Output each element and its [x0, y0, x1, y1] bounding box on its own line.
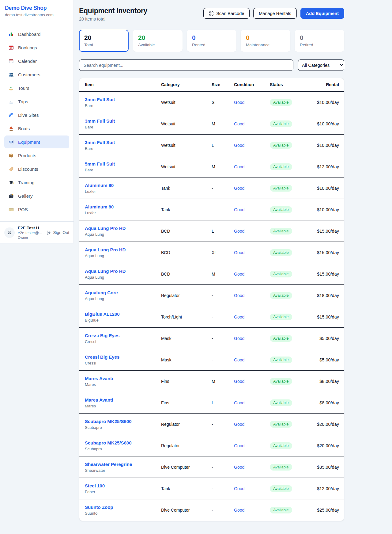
sidebar-item-calendar[interactable]: Calendar	[4, 55, 69, 67]
condition-link[interactable]: Good	[234, 422, 244, 427]
item-name-link[interactable]: Aqua Lung Pro HD	[85, 226, 126, 231]
stats-row: 20Total20Available0Rented0Maintenance0Re…	[79, 30, 344, 52]
sidebar-item-trips[interactable]: Trips	[4, 95, 69, 108]
item-rental-rate: $15.00/day	[313, 272, 339, 277]
item-name-link[interactable]: Aluminum 80	[85, 183, 114, 188]
condition-link[interactable]: Good	[234, 229, 244, 234]
sidebar-item-discounts[interactable]: Discounts	[4, 162, 69, 175]
grad-cap-icon	[8, 180, 14, 185]
condition-link[interactable]: Good	[234, 465, 244, 470]
item-category: Fins	[161, 379, 212, 384]
item-name-link[interactable]: Aqualung Core	[85, 290, 118, 295]
stat-value: 0	[192, 34, 231, 41]
category-select[interactable]: All Categories	[298, 59, 344, 71]
item-brand: Bare	[85, 125, 161, 129]
condition-link[interactable]: Good	[234, 293, 244, 298]
condition-link[interactable]: Good	[234, 400, 244, 405]
condition-link[interactable]: Good	[234, 443, 244, 448]
item-size: M	[212, 164, 234, 169]
condition-link[interactable]: Good	[234, 186, 244, 191]
table-row: Shearwater PeregrineShearwaterDive Compu…	[79, 456, 344, 478]
item-name-link[interactable]: 5mm Full Suit	[85, 161, 115, 166]
manage-rentals-button[interactable]: Manage Rentals	[253, 8, 297, 19]
condition-link[interactable]: Good	[234, 164, 244, 169]
condition-link[interactable]: Good	[234, 272, 244, 277]
sidebar-item-pos[interactable]: POS	[4, 203, 69, 216]
condition-link[interactable]: Good	[234, 357, 244, 362]
item-name-link[interactable]: Shearwater Peregrine	[85, 462, 132, 467]
condition-link[interactable]: Good	[234, 336, 244, 341]
item-name-link[interactable]: 3mm Full Suit	[85, 97, 115, 102]
item-brand: Cressi	[85, 361, 161, 365]
sign-out-button[interactable]: Sign Out	[46, 230, 69, 235]
item-brand: Scubapro	[85, 425, 161, 430]
status-badge: Available	[270, 378, 292, 385]
stat-card-rented[interactable]: 0Rented	[187, 30, 236, 52]
condition-link[interactable]: Good	[234, 250, 244, 255]
item-name-link[interactable]: Mares Avanti	[85, 376, 113, 381]
add-equipment-button[interactable]: Add Equipment	[300, 8, 344, 19]
search-input[interactable]	[79, 59, 293, 71]
item-name-link[interactable]: Scubapro MK25/S600	[85, 440, 132, 445]
sidebar-item-dashboard[interactable]: Dashboard	[4, 28, 69, 40]
sidebar-item-tours[interactable]: Tours	[4, 82, 69, 94]
sidebar-item-label: Trips	[18, 99, 28, 104]
stat-label: Available	[138, 43, 177, 47]
item-name-link[interactable]: Cressi Big Eyes	[85, 354, 119, 360]
item-name-link[interactable]: Suunto Zoop	[85, 505, 113, 510]
sidebar-item-boats[interactable]: Boats	[4, 122, 69, 135]
item-name-link[interactable]: Scubapro MK25/S600	[85, 419, 132, 424]
condition-link[interactable]: Good	[234, 100, 244, 105]
status-badge: Available	[270, 142, 292, 149]
sidebar-item-customers[interactable]: Customers	[4, 68, 69, 81]
item-size: -	[212, 422, 234, 427]
item-brand: Scubapro	[85, 447, 161, 451]
sidebar-item-dive-sites[interactable]: Dive Sites	[4, 109, 69, 121]
brand-name[interactable]: Demo Dive Shop	[5, 5, 69, 11]
sidebar-item-label: Gallery	[18, 193, 33, 199]
condition-link[interactable]: Good	[234, 486, 244, 491]
item-name-link[interactable]: BigBlue AL1200	[85, 311, 120, 317]
item-name-link[interactable]: Aqua Lung Pro HD	[85, 269, 126, 274]
item-name-link[interactable]: 3mm Full Suit	[85, 140, 115, 145]
item-size: -	[212, 186, 234, 191]
item-name-link[interactable]: Aqua Lung Pro HD	[85, 247, 126, 252]
diving-mask-icon	[8, 139, 14, 145]
sidebar: Demo Dive Shop demo.test.divestreams.com…	[0, 0, 74, 243]
condition-link[interactable]: Good	[234, 207, 244, 212]
item-rental-rate: $8.00/day	[313, 400, 339, 405]
sidebar-item-equipment[interactable]: Equipment	[4, 135, 69, 148]
condition-link[interactable]: Good	[234, 143, 244, 148]
stat-card-available[interactable]: 20Available	[133, 30, 183, 52]
item-name-link[interactable]: Cressi Big Eyes	[85, 333, 119, 338]
item-category: Fins	[161, 400, 212, 405]
item-category: Mask	[161, 357, 212, 362]
stat-card-total[interactable]: 20Total	[79, 30, 129, 52]
sidebar-item-label: Tours	[18, 86, 29, 91]
item-category: Tank	[161, 186, 212, 191]
item-rental-rate: $12.00/day	[313, 486, 339, 491]
item-category: Wetsuit	[161, 100, 212, 105]
stat-label: Retired	[300, 43, 339, 47]
condition-link[interactable]: Good	[234, 121, 244, 126]
status-badge: Available	[270, 442, 292, 449]
user-email: e2e-tester@...	[18, 231, 43, 235]
header-actions: Scan Barcode Manage Rentals Add Equipmen…	[203, 7, 344, 19]
item-name-link[interactable]: Mares Avanti	[85, 397, 113, 402]
stat-card-retired[interactable]: 0Retired	[295, 30, 344, 52]
condition-link[interactable]: Good	[234, 315, 244, 319]
stat-card-maintenance[interactable]: 0Maintenance	[241, 30, 290, 52]
brand: Demo Dive Shop demo.test.divestreams.com	[0, 0, 74, 22]
condition-link[interactable]: Good	[234, 379, 244, 384]
sidebar-item-gallery[interactable]: Gallery	[4, 189, 69, 202]
sidebar-item-products[interactable]: Products	[4, 149, 69, 162]
logout-icon	[46, 230, 51, 235]
item-brand: Luxfer	[85, 189, 161, 194]
scan-barcode-button[interactable]: Scan Barcode	[203, 8, 250, 19]
sidebar-item-training[interactable]: Training	[4, 176, 69, 189]
item-name-link[interactable]: Steel 100	[85, 483, 105, 488]
sidebar-item-bookings[interactable]: 17Bookings	[4, 41, 69, 54]
item-name-link[interactable]: Aluminum 80	[85, 204, 114, 209]
condition-link[interactable]: Good	[234, 508, 244, 513]
item-name-link[interactable]: 3mm Full Suit	[85, 118, 115, 124]
